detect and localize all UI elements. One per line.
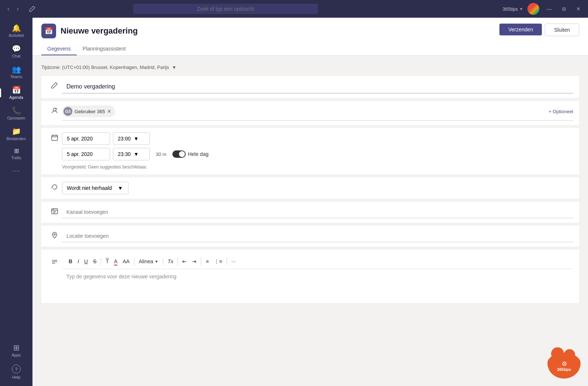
sidebar-item-teams[interactable]: 👥 Teams — [0, 62, 32, 83]
editor-card-inner: B I U S T A AA — [41, 250, 579, 303]
content-area: 📅 Nieuwe vergadering Verzenden Sluiten G… — [32, 18, 588, 386]
location-input[interactable] — [62, 230, 573, 242]
calendar-icon — [47, 132, 62, 141]
forward-button[interactable]: › — [14, 4, 21, 14]
toolbar-sep-2 — [134, 258, 134, 265]
paragraph-button[interactable]: Alinea ▼ — [137, 257, 161, 266]
clear-format-button[interactable]: Tx — [165, 257, 176, 266]
allday-label: Hele dag — [188, 151, 209, 157]
tab-gegevens[interactable]: Gegevens — [41, 43, 77, 55]
start-time-select[interactable]: 23:00 ▼ — [113, 132, 150, 145]
more-options-button[interactable]: ··· — [229, 257, 238, 266]
sidebar-item-agenda[interactable]: 📅 Agenda — [0, 83, 32, 103]
location-icon — [47, 230, 62, 239]
meeting-header-top: 📅 Nieuwe vergadering Verzenden Sluiten — [41, 24, 579, 43]
paragraph-chevron-icon: ▼ — [155, 260, 158, 264]
start-date-input[interactable]: 5 apr. 2020 — [62, 132, 110, 145]
editor-body[interactable]: Typ de gegevens voor deze nieuwe vergade… — [62, 269, 573, 299]
meeting-title-input[interactable] — [62, 80, 573, 93]
titlebar-right: 365tips ▼ — ⧉ ✕ — [502, 3, 584, 15]
sidebar-label-trello: Trello — [11, 156, 21, 160]
sidebar-label-chat: Chat — [12, 54, 20, 58]
sidebar-item-chat[interactable]: 💬 Chat — [0, 41, 32, 62]
allday-toggle[interactable]: Hele dag — [172, 150, 209, 158]
attendee-name: Gebruiker 365 — [75, 109, 105, 114]
title-input-wrapper — [62, 80, 573, 94]
end-date-input[interactable]: 5 apr. 2020 — [62, 148, 110, 160]
meeting-title: Nieuwe vergadering — [61, 26, 138, 36]
font-color-button[interactable]: A — [112, 257, 120, 266]
attendees-card-inner: G3 Gebruiker 365 ✕ + Optioneel — [41, 101, 579, 125]
channel-input[interactable] — [62, 206, 573, 218]
end-time-select[interactable]: 23:30 ▼ — [113, 148, 150, 160]
sidebar-item-activiteit[interactable]: 🔔 Activiteit — [0, 21, 32, 41]
dropdown-arrow: ▼ — [519, 7, 523, 11]
sidebar-label-agenda: Agenda — [9, 95, 23, 100]
meeting-title-row: 📅 Nieuwe vergadering — [41, 24, 138, 38]
attendee-remove-button[interactable]: ✕ — [107, 108, 111, 114]
close-button[interactable]: Sluiten — [545, 24, 579, 36]
attendees-wrapper: G3 Gebruiker 365 ✕ + Optioneel — [62, 105, 573, 121]
numbered-list-button[interactable]: ⋮≡ — [212, 257, 224, 266]
bullet-list-button[interactable]: ≡ — [203, 257, 211, 266]
sidebar-item-more[interactable]: ··· — [0, 164, 32, 178]
recurrence-card-inner: Wordt niet herhaald ▼ — [41, 177, 579, 199]
sidebar-item-oproepen[interactable]: 📞 Oproepen — [0, 103, 32, 124]
add-attendee-icon — [47, 105, 62, 114]
allday-toggle-switch[interactable] — [172, 150, 186, 158]
window-close-button[interactable]: ✕ — [573, 4, 584, 13]
font-size-button[interactable]: AA — [120, 257, 132, 266]
meeting-header: 📅 Nieuwe vergadering Verzenden Sluiten G… — [32, 18, 588, 56]
italic-button[interactable]: I — [75, 257, 81, 266]
send-button[interactable]: Verzenden — [499, 24, 542, 35]
channel-wrapper — [62, 206, 573, 218]
svg-rect-1 — [52, 135, 58, 140]
more-icon: ··· — [12, 167, 20, 174]
indent-right-button[interactable]: ⇥ — [190, 257, 199, 266]
help-icon: ? — [12, 365, 21, 373]
svg-point-0 — [53, 108, 56, 111]
editor-icon — [47, 257, 62, 266]
sidebar-label-teams: Teams — [10, 74, 22, 79]
minimize-button[interactable]: — — [544, 4, 555, 13]
back-button[interactable]: ‹ — [4, 4, 12, 14]
recurrence-chevron-icon: ▼ — [118, 185, 123, 191]
strikethrough-button[interactable]: S — [91, 257, 99, 266]
oproepen-icon: 📞 — [12, 107, 21, 114]
sidebar-label-activiteit: Activiteit — [9, 33, 24, 38]
search-input[interactable] — [133, 4, 318, 14]
title-card — [41, 76, 579, 98]
meeting-icon: 📅 — [41, 24, 56, 38]
highlight-button[interactable]: T — [103, 257, 111, 266]
sidebar-item-bestanden[interactable]: 📁 Bestanden — [0, 124, 32, 145]
agenda-icon: 📅 — [12, 86, 21, 94]
recurrence-select[interactable]: Wordt niet herhaald ▼ — [62, 182, 128, 194]
meeting-tabs: Gegevens Planningsassistent — [41, 43, 579, 55]
toolbar-sep-3 — [163, 258, 163, 265]
activiteit-icon: 🔔 — [12, 24, 21, 32]
attendees-card: G3 Gebruiker 365 ✕ + Optioneel — [41, 101, 579, 125]
sidebar-label-oproepen: Oproepen — [7, 116, 25, 120]
compose-icon — [25, 5, 39, 13]
timezone-text: Tijdzone: (UTC+01:00) Brussel, Kopenhage… — [41, 65, 169, 70]
user-label: 365tips — [502, 6, 518, 12]
tab-planningsassistent[interactable]: Planningsassistent — [77, 43, 132, 55]
title-card-inner — [41, 76, 579, 98]
sidebar-item-help[interactable]: ? Help — [0, 361, 32, 383]
bestanden-icon: 📁 — [12, 128, 21, 135]
sidebar-item-apps[interactable]: ⊞ Apps — [0, 340, 32, 361]
indent-left-button[interactable]: ⇤ — [180, 257, 189, 266]
timezone-row[interactable]: Tijdzone: (UTC+01:00) Brussel, Kopenhage… — [41, 62, 579, 76]
user-badge[interactable]: 365tips ▼ — [502, 6, 523, 12]
optional-button[interactable]: + Optioneel — [549, 109, 573, 114]
meeting-actions: Verzenden Sluiten — [499, 24, 579, 39]
sidebar-item-trello[interactable]: ⊞ Trello — [0, 145, 32, 164]
start-time-chevron-icon: ▼ — [134, 136, 139, 142]
underline-button[interactable]: U — [82, 257, 90, 266]
form-area: Tijdzone: (UTC+01:00) Brussel, Kopenhage… — [32, 56, 588, 386]
maximize-button[interactable]: ⧉ — [559, 4, 569, 14]
avatar[interactable] — [527, 3, 539, 15]
chat-icon: 💬 — [12, 45, 21, 52]
bold-button[interactable]: B — [66, 257, 75, 266]
channel-card — [41, 202, 579, 223]
